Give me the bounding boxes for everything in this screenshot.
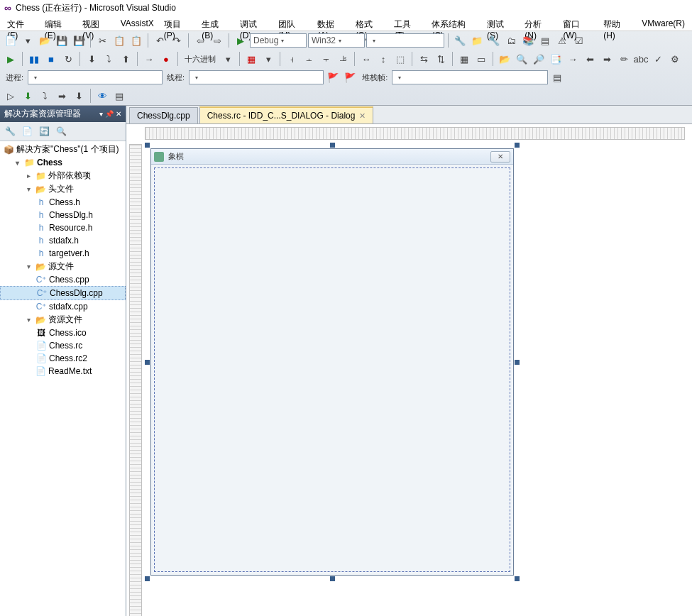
new-file-dropdown-icon[interactable]: ▾ [20, 33, 35, 48]
cut-icon[interactable]: ✂ [94, 33, 110, 48]
properties-icon[interactable]: 🔧 [486, 33, 502, 48]
thread-combo[interactable]: ▾ [189, 70, 324, 84]
start-debug-icon[interactable]: ▶ [233, 33, 248, 48]
breakpoint-icon[interactable]: ● [158, 51, 174, 67]
show-all-icon[interactable]: 📄 [20, 124, 34, 138]
hex-label[interactable]: 十六进制 [182, 54, 219, 65]
continue-icon[interactable]: ▶ [3, 51, 18, 67]
save-all-icon[interactable]: 💾 [71, 33, 87, 48]
step-out-icon[interactable]: ⬆ [118, 51, 133, 67]
menu-analyze[interactable]: 分析(N) [520, 17, 557, 29]
menu-vassistx[interactable]: VAssistX [116, 17, 158, 29]
tab-chessdlg-cpp[interactable]: ChessDlg.cpp [129, 107, 198, 123]
tab-chess-rc-dialog[interactable]: Chess.rc - IDD_C...S_DIALOG - Dialog✕ [199, 106, 374, 123]
stackframe-combo[interactable]: ▾ [392, 70, 548, 84]
resources-folder[interactable]: ▾📂资源文件 [0, 313, 126, 326]
resize-handle[interactable] [515, 576, 520, 581]
solution-node[interactable]: 📦解决方案"Chess"(1 个项目) [0, 143, 126, 156]
resize-handle[interactable] [515, 143, 520, 148]
space-down-icon[interactable]: ⇅ [433, 51, 449, 67]
class-view-icon[interactable]: 🗂 [503, 33, 519, 48]
step-into-icon[interactable]: ⬇ [84, 51, 99, 67]
platform-combo[interactable]: Win32▾ [308, 33, 365, 48]
horizontal-ruler[interactable] [145, 127, 685, 140]
menu-window[interactable]: 窗口(W) [559, 17, 598, 29]
object-browser-icon[interactable]: 📚 [520, 33, 536, 48]
menu-team[interactable]: 团队(M) [274, 17, 312, 29]
header-file[interactable]: hChessDlg.h [0, 209, 126, 221]
debug-into-icon[interactable]: ⬇ [20, 88, 35, 104]
thread-flag-icon[interactable]: 🚩 [325, 70, 341, 85]
align-top-icon[interactable]: ⫟ [318, 51, 334, 67]
nav-back-icon[interactable]: ⇦ [192, 33, 208, 48]
debug-step-icon[interactable]: ▷ [3, 88, 18, 104]
copy-icon[interactable]: 📋 [111, 33, 127, 48]
va-outline-icon[interactable]: 📑 [548, 51, 564, 67]
same-size-icon[interactable]: ⬚ [392, 51, 408, 67]
debug-locals-icon[interactable]: ▤ [111, 88, 127, 104]
source-file[interactable]: C⁺ChessDlg.cpp [0, 286, 126, 300]
refresh-icon[interactable]: 🔄 [37, 124, 51, 138]
header-file[interactable]: htargetver.h [0, 247, 126, 260]
show-next-stmt-icon[interactable]: → [141, 51, 157, 67]
menu-file[interactable]: 文件(F) [3, 17, 39, 29]
same-height-icon[interactable]: ↕ [375, 51, 391, 67]
debug-watch-icon[interactable]: 👁 [94, 88, 110, 104]
va-nav-back-icon[interactable]: ⬅ [582, 51, 598, 67]
debug-over-icon[interactable]: ⤵ [37, 88, 53, 104]
menu-project[interactable]: 项目(P) [160, 17, 196, 29]
menu-edit[interactable]: 编辑(E) [40, 17, 77, 29]
save-icon[interactable]: 💾 [54, 33, 70, 48]
va-spell-icon[interactable]: ✓ [650, 51, 666, 67]
menu-tools[interactable]: 工具(T) [390, 17, 426, 29]
output-icon[interactable]: ▤ [537, 33, 553, 48]
va-find-ref-icon[interactable]: 🔍 [514, 51, 529, 67]
close-panel-icon[interactable]: ✕ [116, 110, 121, 118]
undo-icon[interactable]: ↶ [152, 33, 167, 48]
same-width-icon[interactable]: ↔ [358, 51, 374, 67]
menu-debug[interactable]: 调试(D) [236, 17, 273, 29]
header-file[interactable]: hstdafx.h [0, 234, 126, 247]
align-right-icon[interactable]: ⫠ [301, 51, 317, 67]
break-all-icon[interactable]: ▮▮ [26, 51, 42, 67]
menu-help[interactable]: 帮助(H) [599, 17, 636, 29]
nav-fwd-icon[interactable]: ⇨ [209, 33, 225, 48]
hex-dropdown-icon[interactable]: ▾ [220, 51, 236, 67]
close-tab-icon[interactable]: ✕ [359, 111, 366, 121]
sources-folder[interactable]: ▾📂源文件 [0, 260, 126, 273]
new-project-icon[interactable]: 📄 [3, 33, 18, 48]
layout-dropdown-icon[interactable]: ▾ [260, 51, 276, 67]
debug-out-icon[interactable]: ➡ [54, 88, 70, 104]
error-list-icon[interactable]: ⚠ [554, 33, 570, 48]
resource-file[interactable]: 🖼Chess.ico [0, 326, 126, 339]
va-options-icon[interactable]: ⚙ [667, 51, 683, 67]
task-list-icon[interactable]: ☑ [571, 33, 587, 48]
va-goto-icon[interactable]: → [565, 51, 581, 67]
source-file[interactable]: C⁺Chess.cpp [0, 273, 126, 286]
source-file[interactable]: C⁺stdafx.cpp [0, 300, 126, 313]
project-node[interactable]: ▾📁Chess [0, 156, 126, 169]
resize-handle[interactable] [330, 143, 335, 148]
resize-handle[interactable] [330, 576, 335, 581]
resource-file[interactable]: 📄Chess.rc2 [0, 352, 126, 365]
resize-handle[interactable] [145, 360, 150, 365]
dialog-client-area[interactable] [154, 167, 510, 572]
header-file[interactable]: hChess.h [0, 196, 126, 209]
redo-icon[interactable]: ↷ [169, 33, 185, 48]
resource-file[interactable]: 📄Chess.rc [0, 339, 126, 352]
debug-cursor-icon[interactable]: ⬇ [71, 88, 87, 104]
resize-handle[interactable] [145, 576, 150, 581]
va-nav-fwd-icon[interactable]: ➡ [599, 51, 615, 67]
align-left-icon[interactable]: ⫞ [284, 51, 300, 67]
ext-deps-node[interactable]: ▸📁外部依赖项 [0, 169, 126, 182]
menu-format[interactable]: 格式(O) [351, 17, 389, 29]
resize-handle[interactable] [145, 143, 150, 148]
toolbox-icon[interactable]: 🔧 [452, 33, 468, 48]
toggle-guides-icon[interactable]: ▭ [473, 51, 489, 67]
readme-file[interactable]: 📄ReadMe.txt [0, 365, 126, 378]
va-refactor-icon[interactable]: ✏ [616, 51, 632, 67]
va-open-icon[interactable]: 📂 [497, 51, 512, 67]
find-combo[interactable]: ▾ [366, 33, 444, 48]
menu-vmware[interactable]: VMware(R) [637, 17, 689, 29]
layout-btn-icon[interactable]: ▦ [243, 51, 259, 67]
